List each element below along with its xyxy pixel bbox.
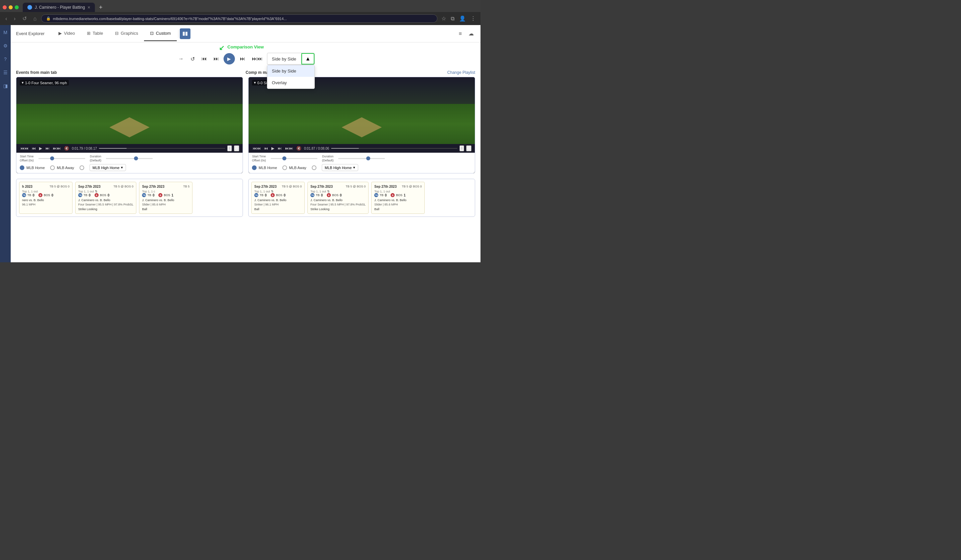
right-card2-pitch: Four Seamer | 95.5 MPH | 97.8% ProbSL (310, 203, 366, 206)
tab-table[interactable]: ⊞ Table (81, 26, 109, 41)
left-event-cards: h 2023 TB 5 @ BOS 0 Top 1, 1 out TB TB 0 (16, 179, 243, 217)
left-vc-mute[interactable]: 🔇 (63, 145, 70, 151)
right-tb-logo-1: TB (254, 193, 258, 197)
right-card3-result: Ball (374, 207, 422, 211)
browser-tab[interactable]: J. Caminero - Player Batting × (23, 3, 95, 12)
right-vc-time: 0:01.87 / 0:08.06 (304, 147, 329, 150)
left-vc-ff[interactable]: ⏭⏭ (52, 145, 61, 151)
svg-rect-0 (183, 32, 185, 36)
right-event-card-3[interactable]: Sep 27th 2023 TB 5 @ BOS 0 Top 1, 1 out … (371, 182, 425, 214)
view-dropdown-toggle[interactable]: ▲ (301, 53, 315, 64)
tb-logo-2: TB (78, 193, 82, 197)
left-vc-download[interactable]: ⬇ (227, 145, 232, 151)
arrow-ctrl-btn[interactable]: → (177, 55, 186, 63)
extensions-btn[interactable]: ⧉ (450, 14, 456, 23)
view-selector: Side by Side ▲ Side by Side Overlay (267, 53, 315, 65)
left-camera-view-select[interactable]: MLB High Home ▾ (90, 164, 126, 171)
right-vc-play[interactable]: ▶ (271, 145, 275, 151)
minimize-window-btn[interactable] (9, 5, 13, 10)
right-vc-ff[interactable]: ⏭⏭ (284, 145, 294, 151)
sidebar-icon-layout[interactable]: ◨ (2, 82, 9, 90)
home-btn[interactable]: ⌂ (31, 14, 39, 23)
left-video-label: ▾ 1-0 Four Seamer, 96 mph (20, 80, 69, 85)
left-vc-next[interactable]: ⏭ (45, 145, 50, 151)
left-card2-header: Sep 27th 2023 TB 5 @ BOS 0 (78, 185, 133, 188)
left-vc-play[interactable]: ▶ (39, 145, 43, 151)
left-vc-progress[interactable] (99, 148, 225, 149)
change-playlist-btn[interactable]: Change Playlist (447, 70, 475, 75)
bookmark-btn[interactable]: ☆ (440, 14, 447, 23)
left-duration-track[interactable] (106, 158, 153, 159)
left-vc-prev[interactable]: ⏮ (31, 145, 37, 151)
left-radio-mlb-home[interactable]: MLB Home (20, 165, 45, 170)
right-radio-mlb-away[interactable]: MLB Away (282, 165, 306, 170)
tab-graphics[interactable]: ⊟ Graphics (109, 26, 144, 41)
right-duration-track[interactable] (338, 158, 385, 159)
right-vc-mute[interactable]: 🔇 (296, 145, 302, 151)
maximize-window-btn[interactable] (15, 5, 19, 10)
fastforward-ctrl-btn[interactable]: ⏮⏮ (250, 55, 264, 63)
filter-btn[interactable]: ≡ (458, 29, 463, 38)
event-cards-row: h 2023 TB 5 @ BOS 0 Top 1, 1 out TB TB 0 (16, 176, 475, 217)
sidebar-icon-menu[interactable]: ☰ (2, 69, 9, 77)
right-vc-next[interactable]: ⏭ (277, 145, 282, 151)
bos-logo-2: B (95, 193, 98, 197)
comparison-arrow-icon: ↙ (219, 44, 225, 52)
right-event-card-2[interactable]: Sep 27th 2023 TB 5 @ BOS 0 Top 1, 1 out … (307, 182, 368, 214)
back-btn[interactable]: ‹ (3, 14, 9, 23)
replay-ctrl-btn[interactable]: ↺ (188, 55, 197, 64)
right-radio-custom[interactable] (312, 165, 317, 170)
left-start-time-label: Start Time Offset (0s) (20, 155, 34, 162)
comparison-view-btn[interactable] (180, 29, 190, 39)
new-tab-btn[interactable]: + (96, 4, 105, 11)
tab-close-btn[interactable]: × (88, 5, 90, 10)
left-event-card-2[interactable]: Sep 27th 2023 TB 5 @ BOS 0 Top 1, 1 out … (75, 182, 136, 214)
prev-ctrl-btn[interactable]: ⏭ (212, 55, 221, 63)
left-event-card-3[interactable]: Sep 27th 2023 TB 5 Top 1, 1 c TB TB 0 (139, 182, 193, 214)
menu-btn[interactable]: ⋮ (469, 14, 477, 23)
sidebar-icon-help[interactable]: ? (3, 55, 8, 63)
left-vc-fullscreen[interactable]: ⛶ (234, 145, 239, 151)
dropdown-item-overlay[interactable]: Overlay (267, 77, 315, 88)
cloud-btn[interactable]: ☁ (467, 29, 475, 38)
profile-btn[interactable]: 👤 (458, 14, 467, 23)
left-card3-pitch: Slider | 85.6 MPH (142, 203, 190, 206)
right-vc-fullscreen[interactable]: ⛶ (466, 145, 471, 151)
url-bar[interactable]: 🔒 mlbdemo.trumedianetworks.com/baseball/… (41, 14, 437, 23)
sidebar-icon-m[interactable]: M (2, 29, 9, 37)
next-ctrl-btn[interactable]: ⏮ (238, 55, 247, 63)
left-panel-header: Events from main tab (16, 70, 246, 75)
left-radio-mlb-away[interactable]: MLB Away (50, 165, 74, 170)
right-camera-view-select[interactable]: MLB High Home ▾ (322, 164, 358, 171)
lock-icon: 🔒 (46, 16, 51, 21)
rewind-ctrl-btn[interactable]: ⏮ (199, 55, 209, 63)
right-start-time-track[interactable] (271, 158, 317, 159)
right-vc-progress[interactable] (331, 148, 458, 149)
sidebar-icon-settings[interactable]: ⚙ (2, 42, 9, 50)
right-vc-download[interactable]: ⬇ (460, 145, 464, 151)
view-mode-label: Side by Side (267, 55, 301, 64)
left-radio-away-dot (50, 165, 55, 170)
forward-btn[interactable]: › (12, 14, 18, 23)
left-card2-teams: TB TB 0 B BOS 0 (78, 193, 133, 197)
tab-custom[interactable]: ⊡ Custom (144, 26, 177, 41)
left-radio-custom[interactable] (80, 165, 84, 170)
left-start-time-track[interactable] (39, 158, 85, 159)
right-tb-logo-2: TB (310, 193, 315, 197)
right-event-card-1[interactable]: Sep 27th 2023 TB 5 @ BOS 0 Top 1, 1 out … (251, 182, 305, 214)
tab-video[interactable]: ▶ Video (53, 26, 81, 41)
right-radio-mlb-home[interactable]: MLB Home (252, 165, 277, 170)
bos-logo: B (39, 193, 42, 197)
left-panel-title: Events from main tab (16, 70, 57, 75)
right-vc-prev[interactable]: ⏮ (263, 145, 268, 151)
play-ctrl-btn[interactable]: ▶ (223, 53, 235, 64)
left-event-card-1[interactable]: h 2023 TB 5 @ BOS 0 Top 1, 1 out TB TB 0 (19, 182, 72, 214)
dropdown-item-side-by-side[interactable]: Side by Side (267, 65, 315, 77)
event-explorer-label: Event Explorer (16, 31, 45, 36)
right-card1-date: Sep 27th 2023 (254, 185, 277, 188)
left-vc-rewind[interactable]: ⏮⏮ (20, 145, 29, 151)
tab-divider (178, 30, 178, 38)
close-window-btn[interactable] (3, 5, 7, 10)
right-vc-rewind[interactable]: ⏮⏮ (252, 145, 261, 151)
reload-btn[interactable]: ↺ (20, 14, 29, 23)
